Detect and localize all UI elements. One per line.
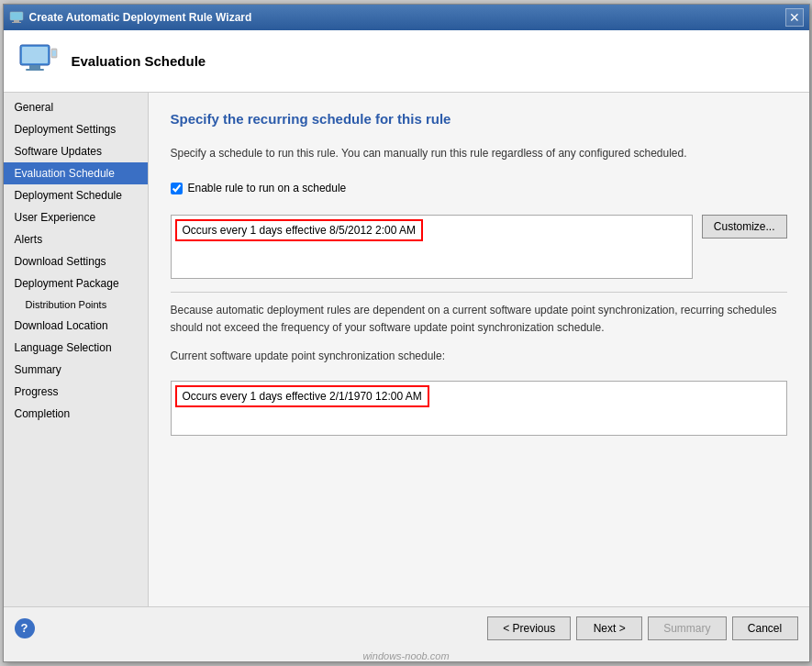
warning-text: Because automatic deployment rules are d… bbox=[171, 292, 787, 337]
next-button[interactable]: Next > bbox=[576, 616, 642, 640]
close-button[interactable]: ✕ bbox=[785, 8, 804, 27]
sidebar-item-progress[interactable]: Progress bbox=[4, 381, 148, 403]
cancel-button[interactable]: Cancel bbox=[732, 616, 798, 640]
svg-rect-5 bbox=[29, 65, 40, 69]
sidebar-item-software-updates[interactable]: Software Updates bbox=[4, 140, 148, 162]
page-title: Specify the recurring schedule for this … bbox=[171, 111, 787, 127]
sidebar: General Deployment Settings Software Upd… bbox=[4, 93, 149, 606]
sidebar-item-evaluation-schedule[interactable]: Evaluation Schedule bbox=[4, 162, 148, 184]
header-title: Evaluation Schedule bbox=[72, 53, 206, 69]
main-panel: Specify the recurring schedule for this … bbox=[149, 93, 809, 606]
svg-rect-0 bbox=[10, 12, 23, 20]
svg-rect-4 bbox=[22, 47, 48, 63]
content-area: General Deployment Settings Software Upd… bbox=[4, 93, 809, 606]
summary-button[interactable]: Summary bbox=[648, 616, 726, 640]
sidebar-item-download-settings[interactable]: Download Settings bbox=[4, 250, 148, 272]
sidebar-item-summary[interactable]: Summary bbox=[4, 359, 148, 381]
title-bar-left: Create Automatic Deployment Rule Wizard bbox=[9, 10, 252, 25]
sidebar-item-deployment-settings[interactable]: Deployment Settings bbox=[4, 118, 148, 140]
sidebar-item-language-selection[interactable]: Language Selection bbox=[4, 337, 148, 359]
header-icon bbox=[17, 39, 61, 83]
schedule-box: Occurs every 1 days effective 8/5/2012 2… bbox=[171, 215, 693, 279]
svg-rect-1 bbox=[14, 20, 19, 22]
schedule-entry: Occurs every 1 days effective 8/5/2012 2… bbox=[175, 219, 424, 241]
sidebar-item-deployment-schedule[interactable]: Deployment Schedule bbox=[4, 184, 148, 206]
enable-schedule-checkbox[interactable] bbox=[171, 183, 183, 194]
sidebar-item-completion[interactable]: Completion bbox=[4, 403, 148, 425]
wizard-window: Create Automatic Deployment Rule Wizard … bbox=[3, 4, 810, 662]
description-text: Specify a schedule to run this rule. You… bbox=[171, 145, 787, 161]
header-bar: Evaluation Schedule bbox=[4, 30, 809, 93]
window-title: Create Automatic Deployment Rule Wizard bbox=[29, 11, 252, 24]
sidebar-item-download-location[interactable]: Download Location bbox=[4, 315, 148, 337]
sync-box: Occurs every 1 days effective 2/1/1970 1… bbox=[171, 381, 787, 436]
schedule-section: Occurs every 1 days effective 8/5/2012 2… bbox=[171, 215, 787, 279]
previous-button[interactable]: < Previous bbox=[487, 616, 571, 640]
customize-button[interactable]: Customize... bbox=[702, 215, 787, 239]
enable-schedule-row: Enable rule to run on a schedule bbox=[171, 182, 787, 194]
svg-rect-8 bbox=[52, 50, 56, 56]
svg-rect-6 bbox=[26, 69, 44, 71]
help-button[interactable]: ? bbox=[15, 618, 35, 638]
footer-left: ? bbox=[15, 618, 35, 638]
sidebar-item-user-experience[interactable]: User Experience bbox=[4, 206, 148, 228]
title-icon bbox=[9, 10, 24, 25]
sync-schedule-entry: Occurs every 1 days effective 2/1/1970 1… bbox=[175, 385, 429, 407]
sidebar-item-distribution-points[interactable]: Distribution Points bbox=[4, 294, 148, 315]
svg-rect-2 bbox=[12, 22, 21, 23]
sidebar-item-general[interactable]: General bbox=[4, 96, 148, 118]
footer-buttons: < Previous Next > Summary Cancel bbox=[487, 616, 797, 640]
sidebar-item-alerts[interactable]: Alerts bbox=[4, 228, 148, 250]
footer-bar: ? < Previous Next > Summary Cancel bbox=[4, 606, 809, 649]
enable-schedule-label: Enable rule to run on a schedule bbox=[188, 182, 347, 194]
title-bar: Create Automatic Deployment Rule Wizard … bbox=[4, 5, 809, 30]
sidebar-item-deployment-package[interactable]: Deployment Package bbox=[4, 272, 148, 294]
sync-schedule-label: Current software update point synchroniz… bbox=[171, 350, 787, 362]
watermark: windows-noob.com bbox=[4, 649, 809, 661]
